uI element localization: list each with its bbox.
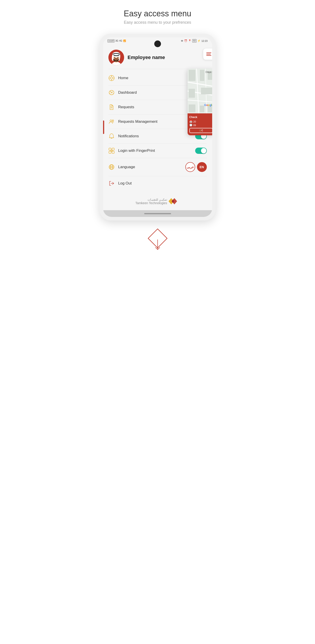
check-time-row: 🕐 09: [189, 124, 212, 126]
status-left: VoWifi 3G 4G 📶: [108, 39, 126, 42]
page-subtitle: Easy access menu to your prefrences: [100, 20, 216, 25]
menu-item-logout[interactable]: Log Out: [103, 176, 212, 190]
check-info: 📅 20 🕐 09: [189, 120, 212, 126]
svg-point-10: [116, 58, 117, 58]
menu-item-language[interactable]: Language عربى EN: [103, 158, 212, 176]
home-icon: [108, 75, 115, 81]
dashboard-icon: [108, 90, 115, 96]
employee-name: Employee name: [128, 54, 165, 60]
svg-rect-28: [112, 151, 114, 154]
phone-frame: VoWifi 3G 4G 📶 👁 ⏰ 📍 93 ⚡ 12:23: [100, 34, 216, 220]
overlay-panel: Olaya S Google Check 📅 20: [188, 69, 212, 135]
check-btn-label: C: [202, 129, 203, 132]
svg-point-29: [111, 150, 112, 152]
logout-icon: [108, 180, 115, 186]
phone-screen: VoWifi 3G 4G 📶 👁 ⏰ 📍 93 ⚡ 12:23: [103, 37, 212, 217]
page-container: Easy access menu Easy access menu to you…: [100, 9, 216, 252]
fingerprint-login-label: Login with FingerPrint: [118, 148, 192, 153]
requests-icon: [108, 104, 115, 110]
language-icon: [108, 164, 115, 170]
svg-rect-27: [109, 151, 111, 154]
diamond-icon: [144, 225, 171, 252]
avatar: [108, 50, 124, 65]
toggle-track-fingerprint: [195, 148, 207, 154]
svg-rect-43: [189, 70, 196, 81]
signal-3g: 3G: [115, 40, 118, 42]
svg-point-14: [110, 77, 113, 79]
clock-time: 12:23: [202, 40, 208, 42]
toggle-thumb-fingerprint: [201, 148, 206, 154]
network-indicator: VoWifi: [108, 39, 115, 42]
check-button[interactable]: 🚪 C: [189, 128, 212, 133]
calendar-icon: 📅: [189, 120, 192, 123]
battery-indicator: 93: [192, 39, 196, 42]
home-indicator: [103, 210, 212, 217]
fingerprint-login-icon: [108, 148, 115, 154]
svg-rect-46: [189, 89, 195, 98]
olaya-label: Olaya S: [206, 71, 212, 73]
svg-point-9: [118, 57, 118, 58]
wifi-icon: 📶: [123, 40, 126, 42]
svg-rect-48: [189, 104, 196, 112]
fingerprint-toggle[interactable]: [195, 148, 207, 154]
alarm-icon: ⏰: [184, 39, 187, 42]
google-label: Google: [204, 104, 212, 107]
check-btn-icon: 🚪: [199, 129, 202, 132]
page-header: Easy access menu Easy access menu to you…: [100, 9, 216, 25]
svg-rect-47: [201, 88, 212, 94]
arabic-language-button[interactable]: عربى: [185, 162, 195, 172]
page-title: Easy access menu: [100, 9, 216, 18]
notifications-icon: [108, 133, 115, 139]
tamkeen-logo-mark: [168, 198, 180, 205]
status-right: 👁 ⏰ 📍 93 ⚡ 12:23: [181, 39, 208, 42]
camera-notch: [154, 40, 161, 47]
svg-point-24: [112, 120, 114, 121]
bolt-icon: ⚡: [198, 39, 200, 42]
check-date-row: 📅 20: [189, 120, 212, 123]
svg-point-19: [111, 92, 112, 93]
requests-management-icon: [108, 118, 115, 125]
menu-item-fingerprint[interactable]: Login with FingerPrint: [103, 144, 212, 158]
language-switcher: عربى EN: [185, 162, 207, 172]
footer-logo: تمكيـن للتقنيـات Tamkeen Technologies: [103, 192, 212, 210]
logout-label: Log Out: [118, 181, 207, 186]
check-title: Check: [189, 116, 212, 119]
signal-4g: 4G: [119, 40, 122, 42]
language-label: Language: [118, 165, 182, 169]
svg-rect-49: [200, 106, 204, 112]
hamburger-overlay[interactable]: [203, 48, 212, 60]
svg-point-23: [110, 120, 112, 122]
hamburger-icon: [206, 52, 211, 56]
svg-rect-25: [109, 148, 111, 150]
phone-wrapper: VoWifi 3G 4G 📶 👁 ⏰ 📍 93 ⚡ 12:23: [100, 34, 216, 252]
diamond-section: [100, 225, 216, 252]
avatar-svg: [108, 50, 124, 65]
check-card: Check 📅 20 🕐 09 🚪: [188, 113, 212, 135]
tamkeen-text: تمكيـن للتقنيـات Tamkeen Technologies: [135, 198, 167, 205]
tamkeen-logo: تمكيـن للتقنيـات Tamkeen Technologies: [135, 198, 180, 205]
profile-section: Employee name: [103, 44, 212, 69]
location-icon: 📍: [188, 39, 191, 42]
svg-rect-44: [200, 70, 204, 81]
map-preview: Olaya S Google: [188, 69, 212, 113]
english-language-button[interactable]: EN: [197, 162, 207, 172]
map-grid-svg: [188, 69, 212, 113]
clock-icon: 🕐: [189, 124, 192, 126]
home-indicator-bar: [144, 213, 171, 214]
notifications-label: Notifications: [118, 134, 192, 138]
eye-icon: 👁: [181, 40, 183, 42]
svg-rect-26: [112, 148, 114, 150]
